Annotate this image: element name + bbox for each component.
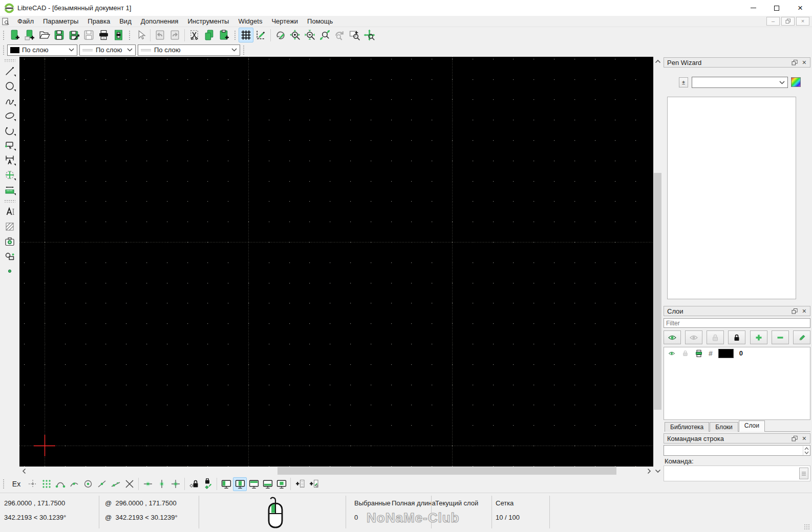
draft-mode-button[interactable]: [253, 28, 268, 42]
grid-canvas[interactable]: [19, 57, 653, 467]
toolbar-grip[interactable]: [4, 59, 15, 62]
tab-library[interactable]: Библиотека: [665, 422, 709, 432]
mdi-restore-button[interactable]: [781, 17, 795, 26]
edit-layer-button[interactable]: [793, 330, 810, 344]
redo-button[interactable]: [167, 28, 182, 42]
add-editor-widget-button[interactable]: [307, 477, 320, 491]
exclusive-snap-button[interactable]: Ex: [9, 478, 24, 490]
snap-middle-button[interactable]: [95, 477, 109, 491]
paste-button[interactable]: [217, 28, 231, 42]
layer-construction-icon[interactable]: #: [709, 349, 713, 358]
arc-tool-button[interactable]: [2, 123, 17, 138]
pen-wizard-updown-button[interactable]: ±: [679, 77, 688, 87]
zoom-pan-button[interactable]: [362, 28, 377, 42]
snap-on-entity-button[interactable]: [67, 477, 81, 491]
dimension-tool-button[interactable]: [2, 153, 17, 167]
cut-button[interactable]: [187, 28, 202, 42]
pen-linetype-combo[interactable]: По слою: [138, 45, 240, 56]
unlock-all-layers-button[interactable]: [707, 330, 724, 344]
close-icon[interactable]: ×: [802, 435, 806, 442]
window-maximize-button[interactable]: [765, 0, 788, 16]
copy-button[interactable]: [202, 28, 217, 42]
layer-print-icon[interactable]: [695, 349, 703, 358]
block-tool-button[interactable]: [2, 249, 17, 263]
command-history-box[interactable]: [664, 445, 810, 456]
dock-bottom-toggle-button[interactable]: [261, 477, 274, 491]
drawing-canvas[interactable]: [19, 57, 653, 467]
scroll-up-button[interactable]: [653, 57, 662, 65]
pointer-button[interactable]: [133, 28, 148, 42]
pen-color-combo[interactable]: По слою: [7, 45, 77, 56]
color-picker-icon[interactable]: [791, 77, 801, 87]
tab-layers[interactable]: Слои: [739, 420, 765, 432]
toolbar-grip[interactable]: [2, 478, 5, 490]
scroll-right-button[interactable]: [645, 467, 653, 475]
menu-tools[interactable]: Инструменты: [183, 16, 233, 26]
snap-intersection-button[interactable]: [122, 477, 136, 491]
set-relative-zero-button[interactable]: [201, 477, 215, 491]
print-button[interactable]: [96, 28, 111, 42]
zoom-window-button[interactable]: [347, 28, 362, 42]
command-input[interactable]: [664, 466, 797, 481]
save-all-button[interactable]: [81, 28, 96, 42]
save-button[interactable]: [52, 28, 67, 42]
lock-relative-zero-button[interactable]: [187, 477, 201, 491]
mdi-close-button[interactable]: ×: [796, 17, 809, 26]
pen-wizard-list[interactable]: [667, 97, 796, 299]
hatch-tool-button[interactable]: [2, 219, 17, 234]
text-tool-button[interactable]: [2, 205, 17, 219]
window-close-button[interactable]: ×: [788, 0, 812, 16]
lock-all-layers-button[interactable]: [728, 330, 745, 344]
dock-right-toggle-button[interactable]: [233, 477, 247, 491]
zoom-out-button[interactable]: [303, 28, 317, 42]
print-preview-button[interactable]: [111, 28, 126, 42]
menu-help[interactable]: Помощь: [303, 16, 337, 26]
redraw-button[interactable]: [273, 28, 288, 42]
move-tool-button[interactable]: [2, 168, 17, 182]
layer-row[interactable]: # 0: [664, 347, 810, 359]
spline-tool-button[interactable]: [2, 94, 17, 108]
snap-free-button[interactable]: [26, 477, 39, 491]
undo-button[interactable]: [153, 28, 167, 42]
dock-floating-toggle-button[interactable]: [274, 477, 288, 491]
restrict-orthogonal-button[interactable]: [168, 477, 182, 491]
pen-width-combo[interactable]: По слою: [79, 45, 136, 56]
vertical-scrollbar[interactable]: [653, 57, 662, 475]
scroll-down-button[interactable]: [653, 467, 662, 475]
close-icon[interactable]: ×: [802, 59, 806, 66]
layer-visible-icon[interactable]: [668, 350, 676, 357]
new-file-button[interactable]: [7, 28, 22, 42]
layer-filter-input[interactable]: [664, 318, 810, 328]
zoom-previous-button[interactable]: [332, 28, 347, 42]
scroll-left-button[interactable]: [19, 467, 28, 475]
open-file-button[interactable]: [37, 28, 52, 42]
polyline-tool-button[interactable]: [2, 138, 17, 152]
snap-center-button[interactable]: [81, 477, 95, 491]
command-history-spinner[interactable]: [803, 446, 809, 455]
toolbar-grip[interactable]: [242, 45, 245, 56]
horizontal-scrollbar[interactable]: [19, 467, 653, 475]
pen-wizard-header[interactable]: Pen Wizard ×: [664, 57, 810, 68]
restrict-horizontal-button[interactable]: [141, 477, 155, 491]
menu-edit[interactable]: Правка: [83, 16, 115, 26]
zoom-auto-button[interactable]: [317, 28, 332, 42]
vertical-scroll-thumb[interactable]: [654, 173, 661, 410]
show-all-layers-button[interactable]: [664, 330, 681, 344]
remove-layer-button[interactable]: [772, 330, 789, 344]
line-tool-button[interactable]: [2, 64, 17, 78]
toolbar-grip[interactable]: [4, 199, 15, 203]
menu-widgets[interactable]: Widgets: [233, 16, 267, 26]
window-minimize-button[interactable]: [741, 0, 765, 16]
dock-top-toggle-button[interactable]: [247, 477, 261, 491]
toolbar-grip[interactable]: [2, 45, 5, 56]
add-list-widget-button[interactable]: [293, 477, 307, 491]
point-tool-button[interactable]: [2, 264, 17, 278]
float-panel-icon[interactable]: [792, 435, 798, 441]
menu-file[interactable]: Файл: [13, 16, 38, 26]
dock-left-toggle-button[interactable]: [219, 477, 233, 491]
menu-view[interactable]: Вид: [115, 16, 136, 26]
restrict-vertical-button[interactable]: [155, 477, 168, 491]
menu-options[interactable]: Параметры: [38, 16, 83, 26]
hide-all-layers-button[interactable]: [685, 330, 702, 344]
snap-distance-button[interactable]: [109, 477, 122, 491]
